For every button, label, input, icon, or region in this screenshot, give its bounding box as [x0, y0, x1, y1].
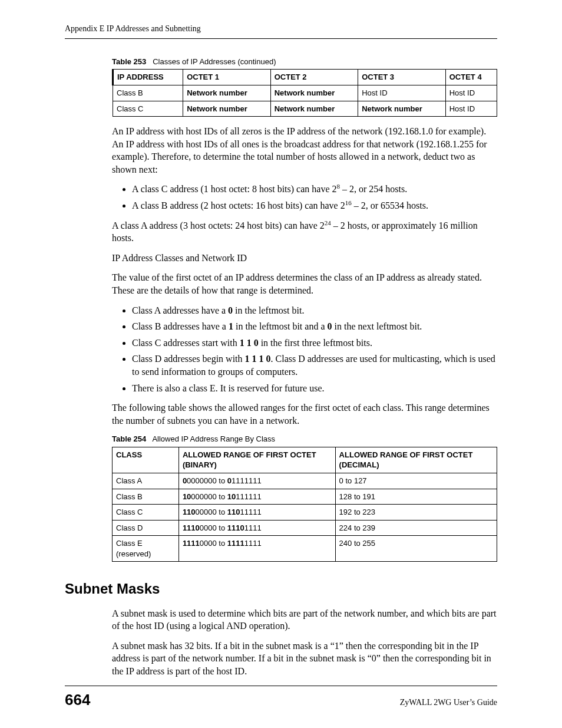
table254-cell: Class D [113, 520, 179, 536]
table254-cell: Class B [113, 489, 179, 505]
table254-cell: 240 to 255 [335, 536, 497, 562]
table254-cell: Class C [113, 505, 179, 521]
table254: CLASS ALLOWED RANGE OF FIRST OCTET (BINA… [112, 447, 497, 562]
table254-cell: 192 to 223 [335, 505, 497, 521]
table253-header: OCTET 2 [270, 70, 358, 85]
table253-cell: Network number [270, 85, 358, 101]
table253-caption: Table 253 Classes of IP Addresses (conti… [112, 57, 497, 67]
table254-caption-label: Table 254 [112, 434, 146, 443]
list-item: A class C address (1 host octet: 8 host … [132, 183, 497, 196]
table254-caption: Table 254 Allowed IP Address Range By Cl… [112, 434, 497, 444]
table254-cell: Class E (reserved) [113, 536, 179, 562]
host-count-list: A class C address (1 host octet: 8 host … [112, 183, 497, 212]
list-item: Class C addresses start with 1 1 0 in th… [132, 337, 497, 350]
table254-cell: 11110000 to 11111111 [178, 536, 335, 562]
table254-header: ALLOWED RANGE OF FIRST OCTET (BINARY) [178, 447, 335, 473]
page-number: 664 [65, 690, 90, 710]
table254-header: ALLOWED RANGE OF FIRST OCTET (DECIMAL) [335, 447, 497, 473]
table253-cell: Host ID [445, 101, 497, 117]
table253-cell: Host ID [358, 85, 446, 101]
table253-caption-text: Classes of IP Addresses (continued) [153, 57, 276, 66]
table253-cell: Network number [183, 101, 271, 117]
body-paragraph: An IP address with host IDs of all zeros… [112, 125, 497, 176]
table253-caption-label: Table 253 [112, 57, 146, 66]
table253: IP ADDRESS OCTET 1 OCTET 2 OCTET 3 OCTET… [112, 69, 497, 117]
table253-header: OCTET 1 [183, 70, 271, 85]
table254-cell: 00000000 to 01111111 [178, 473, 335, 489]
page-footer: 664 ZyWALL 2WG User’s Guide [65, 686, 497, 710]
guide-title: ZyWALL 2WG User’s Guide [400, 697, 497, 709]
table254-cell: 11100000 to 11101111 [178, 520, 335, 536]
body-paragraph: The following table shows the allowed ra… [112, 401, 497, 427]
body-paragraph: A class A address (3 host octets: 24 hos… [112, 219, 497, 245]
list-item: There is also a class E. It is reserved … [132, 382, 497, 395]
table254-caption-text: Allowed IP Address Range By Class [152, 434, 275, 443]
running-header: Appendix E IP Addresses and Subnetting [65, 24, 497, 35]
section-heading-subnet-masks: Subnet Masks [65, 579, 497, 598]
list-item: Class A addresses have a 0 in the leftmo… [132, 304, 497, 317]
header-rule [65, 38, 497, 39]
list-item: Class D addresses begin with 1 1 1 0. Cl… [132, 353, 497, 378]
table253-cell: Network number [270, 101, 358, 117]
table254-cell: 224 to 239 [335, 520, 497, 536]
table254-cell: 11000000 to 11011111 [178, 505, 335, 521]
table254-cell: 10000000 to 10111111 [178, 489, 335, 505]
table253-cell: Class B [113, 85, 183, 101]
table254-cell: Class A [113, 473, 179, 489]
table254-header: CLASS [113, 447, 179, 473]
table253-cell: Network number [183, 85, 271, 101]
list-item: A class B address (2 host octets: 16 hos… [132, 199, 497, 212]
table253-header: IP ADDRESS [113, 70, 183, 85]
table254-cell: 0 to 127 [335, 473, 497, 489]
body-paragraph: A subnet mask has 32 bits. If a bit in t… [112, 640, 497, 678]
body-paragraph: The value of the first octet of an IP ad… [112, 271, 497, 297]
table253-header: OCTET 3 [358, 70, 446, 85]
table253-cell: Class C [113, 101, 183, 117]
body-paragraph: IP Address Classes and Network ID [112, 252, 497, 265]
class-detail-list: Class A addresses have a 0 in the leftmo… [112, 304, 497, 395]
table253-header: OCTET 4 [445, 70, 497, 85]
table254-cell: 128 to 191 [335, 489, 497, 505]
body-paragraph: A subnet mask is used to determine which… [112, 607, 497, 633]
table253-cell: Host ID [445, 85, 497, 101]
table253-cell: Network number [358, 101, 446, 117]
list-item: Class B addresses have a 1 in the leftmo… [132, 320, 497, 333]
